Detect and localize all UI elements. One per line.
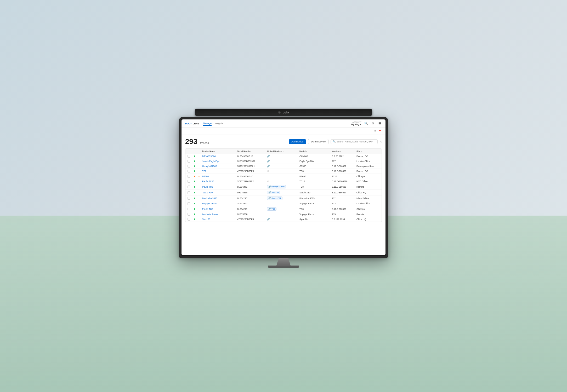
table-row[interactable]: Paul's TC8 8L65429E 🔗TC8 TC8 3.11.0-2106… <box>185 206 382 212</box>
table-row[interactable]: Lenden's Focus 9H175568 Voyager Focus 71… <box>185 212 382 217</box>
filter-bar: ≡ 📍 <box>182 128 385 135</box>
site-cell: Remote <box>356 186 382 188</box>
col-linked-chevron: ▾ <box>283 150 284 152</box>
serial-number-cell: 8L6549B767HD <box>237 175 266 178</box>
linked-device-badge[interactable]: 🔗Henry's G7500 <box>267 185 286 188</box>
version-cell: 612 <box>332 202 355 205</box>
device-name-cell[interactable]: Paul's TC10 <box>202 180 236 183</box>
status-indicator <box>194 176 197 177</box>
col-version[interactable]: Version ▾ <box>332 150 355 152</box>
site-cell: Chicago <box>356 208 382 210</box>
col-linked[interactable]: Linked Devices ▾ <box>267 150 298 152</box>
version-cell: 3.12.0-1008378 <box>332 180 355 183</box>
device-name-cell[interactable]: Paul's TC8 <box>202 186 236 188</box>
table-header: Device Name Serial Number Linked Devices… <box>185 149 382 154</box>
menu-icon[interactable]: ☰ <box>378 122 382 126</box>
status-dot <box>194 192 195 193</box>
status-indicator <box>194 181 197 182</box>
delete-device-button[interactable]: Delete Device <box>308 139 328 144</box>
filter-list-icon[interactable]: ≡ <box>374 129 376 133</box>
location-pin-icon[interactable]: 📍 <box>378 130 382 133</box>
status-dot <box>194 155 195 157</box>
device-name-cell[interactable]: TC8 <box>202 170 236 172</box>
linked-device-badge[interactable]: 🔗Studio P21 <box>267 197 282 200</box>
account-name[interactable]: My Org ▾ <box>351 123 361 126</box>
edit-icon[interactable]: ✎ <box>380 140 382 143</box>
table-row[interactable]: Paul's TC8 8L65429E 🔗Henry's G7500 TC8 3… <box>185 184 382 190</box>
site-cell: Miami Office <box>356 197 382 200</box>
row-checkbox[interactable] <box>188 213 190 216</box>
row-checkbox[interactable] <box>188 155 190 158</box>
row-checkbox[interactable] <box>188 208 190 210</box>
table-row[interactable]: ⚠ BT600 8L6549B767HD BT600 2120 Chicago <box>185 174 382 179</box>
tab-insights[interactable]: Insights <box>215 122 223 126</box>
tab-manage[interactable]: Manage <box>203 122 212 126</box>
version-cell: 0.0.122.1294 <box>332 218 355 221</box>
status-indicator <box>194 218 197 220</box>
device-name-cell[interactable]: Henry's G7500 <box>202 165 236 168</box>
linked-device-badge[interactable]: 🔗TC8 <box>267 207 276 211</box>
table-row[interactable]: Tara's X30 9H175568 🔗Sync 20 Studio X30 … <box>185 190 382 195</box>
device-name-cell[interactable]: Tara's X30 <box>202 191 236 194</box>
monitor-scene: poly POLY LENS Manage <box>0 0 567 392</box>
device-name-cell[interactable]: Voyager Focus <box>202 202 236 205</box>
linked-devices-cell: 🔗 <box>267 160 298 163</box>
linked-devices-cell: ⚙ <box>267 170 298 172</box>
search-box: 🔍 <box>331 139 378 144</box>
add-device-button[interactable]: Add Device <box>289 139 306 144</box>
device-count: 293 Devices <box>185 137 209 146</box>
table-row[interactable]: Sync 20 4T895278B33P9 🔗 Sync 20 0.0.122.… <box>185 217 382 222</box>
row-checkbox[interactable] <box>188 170 190 172</box>
row-checkbox[interactable] <box>188 175 190 178</box>
row-checkbox[interactable] <box>188 202 190 205</box>
col-device-name-label: Device Name <box>202 150 215 152</box>
site-cell: Office HQ <box>356 191 382 194</box>
device-name-cell[interactable]: Sync 20 <box>202 218 236 221</box>
search-icon-small: 🔍 <box>333 140 336 143</box>
table-row[interactable]: TC8 4T895213B33P9 ⚙ TC8 3.11.0-210686 De… <box>185 169 382 174</box>
model-cell: Blackwire 3325 <box>299 197 331 200</box>
row-checkbox[interactable] <box>188 160 190 163</box>
screen: POLY LENS Manage Insights ACCOUNT <box>182 119 385 255</box>
row-checkbox[interactable] <box>188 191 190 194</box>
search-input[interactable] <box>337 140 376 143</box>
row-checkbox[interactable] <box>188 165 190 168</box>
col-model[interactable]: Model ▾ <box>299 150 331 152</box>
poly-lens-logo: POLY LENS <box>185 122 200 125</box>
linked-device-icon: ⚙ <box>267 170 269 172</box>
device-name-cell[interactable]: Bill's CCX600 <box>202 155 236 158</box>
table-row[interactable]: Jane's Eagle Eye 9H17056B7323F2 🔗 Eagle … <box>185 159 382 164</box>
row-checkbox[interactable] <box>188 180 190 183</box>
linked-device-badge[interactable]: 🔗Sync 20 <box>267 191 280 194</box>
monitor-wrap: poly POLY LENS Manage <box>179 109 388 268</box>
table-row[interactable]: Henry's G7500 3K1325213323L1 🔗 G7500 3.1… <box>185 164 382 169</box>
device-name-cell[interactable]: Paul's TC8 <box>202 208 236 210</box>
status-indicator <box>194 160 197 162</box>
model-cell: G7500 <box>299 165 331 168</box>
col-serial[interactable]: Serial Number <box>237 150 266 152</box>
table-row[interactable]: Blackwire 3325 8L65429E 🔗Studio P21 Blac… <box>185 195 382 201</box>
table-row[interactable]: Bill's CCX600 8L6549B767HD 🔗 CCX600 6.2.… <box>185 154 382 159</box>
row-checkbox[interactable] <box>188 186 190 188</box>
device-name-cell[interactable]: Jane's Eagle Eye <box>202 160 236 163</box>
table-row[interactable]: Paul's TC10 2E777299022E2 ⚙ TC10 3.12.0-… <box>185 179 382 184</box>
col-site[interactable]: Site ▾ <box>356 150 382 152</box>
device-name-cell[interactable]: Lenden's Focus <box>202 213 236 216</box>
linked-device-icon: ⚙ <box>267 180 269 183</box>
linked-devices-cell: 🔗Henry's G7500 <box>267 185 298 188</box>
version-cell: 3.11.0-210686 <box>332 208 355 210</box>
serial-number-cell: 8L65429E <box>237 186 266 188</box>
count-number: 293 <box>185 137 197 146</box>
status-dot <box>194 214 195 215</box>
settings-icon[interactable]: ⚙ <box>371 122 375 126</box>
device-name-cell[interactable]: BT600 <box>202 175 236 178</box>
search-icon[interactable]: 🔍 <box>364 122 368 126</box>
row-checkbox[interactable] <box>188 197 190 200</box>
table-row[interactable]: Voyager Focus 3K132322 Voyager Focus 612… <box>185 201 382 206</box>
model-cell: Voyager Focus <box>299 202 331 205</box>
row-checkbox[interactable] <box>188 218 190 221</box>
model-cell: BT600 <box>299 175 331 178</box>
status-dot <box>194 218 195 220</box>
col-device-name[interactable]: Device Name <box>202 150 236 152</box>
device-name-cell[interactable]: Blackwire 3325 <box>202 197 236 200</box>
